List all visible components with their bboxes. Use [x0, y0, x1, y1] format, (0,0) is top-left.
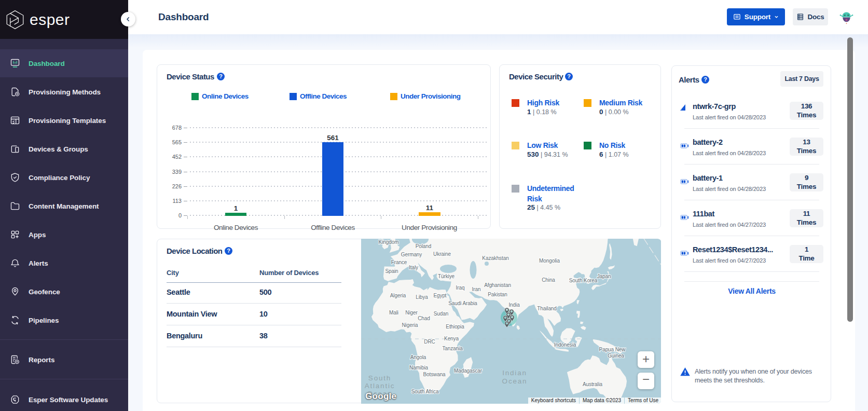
svg-text:Germany: Germany [401, 252, 422, 257]
svg-text:Poland: Poland [416, 243, 432, 249]
svg-text:Kenya: Kenya [444, 336, 459, 341]
svg-text:Tanzania: Tanzania [442, 346, 463, 351]
svg-text:Ocean: Ocean [502, 377, 528, 385]
svg-text:Botswana: Botswana [423, 372, 446, 377]
svg-text:Saudi Arabia: Saudi Arabia [448, 300, 477, 306]
svg-text:DRC: DRC [424, 339, 435, 345]
svg-text:Mongolia: Mongolia [539, 258, 560, 264]
svg-text:Türkiye: Türkiye [438, 273, 455, 279]
svg-text:Egypt: Egypt [433, 293, 446, 298]
svg-text:Kazakhstan: Kazakhstan [482, 255, 508, 261]
svg-text:Japan: Japan [597, 273, 611, 279]
svg-text:Guinea: Guinea [608, 353, 624, 359]
svg-text:Chad: Chad [418, 316, 430, 321]
svg-text:Niger: Niger [405, 310, 418, 316]
svg-text:France: France [391, 259, 407, 265]
svg-text:Sudan: Sudan [434, 311, 448, 317]
svg-text:Afghanistan: Afghanistan [484, 282, 511, 288]
svg-text:Madagascar: Madagascar [454, 368, 483, 374]
svg-text:Papua New: Papua New [599, 347, 626, 352]
svg-text:India: India [508, 302, 520, 308]
svg-text:Atlantic: Atlantic [365, 382, 395, 390]
svg-text:Nigeria: Nigeria [402, 322, 419, 328]
svg-text:Thailand: Thailand [537, 306, 557, 311]
svg-text:Spain: Spain [385, 268, 398, 274]
svg-text:South Korea: South Korea [569, 278, 598, 283]
svg-text:Italy: Italy [409, 265, 418, 270]
svg-text:Pakistan: Pakistan [488, 292, 507, 297]
svg-text:Angola: Angola [410, 354, 426, 360]
svg-text:China: China [542, 277, 555, 283]
svg-text:Libya: Libya [416, 294, 428, 300]
svg-text:Indonesia: Indonesia [554, 342, 576, 348]
svg-text:Ethiopia: Ethiopia [446, 324, 464, 330]
svg-text:Australia: Australia [583, 381, 603, 387]
svg-text:Iran: Iran [472, 286, 481, 292]
svg-text:South: South [368, 374, 391, 382]
svg-text:Namibia: Namibia [409, 365, 429, 371]
svg-text:South Africa: South Africa [411, 389, 439, 394]
svg-text:Kingdom: Kingdom [379, 239, 399, 245]
svg-text:Ukraine: Ukraine [433, 251, 451, 257]
svg-text:Algeria: Algeria [390, 293, 406, 298]
svg-text:Iraq: Iraq [456, 285, 465, 291]
svg-text:Mali: Mali [389, 310, 398, 316]
svg-text:Indian: Indian [502, 369, 527, 377]
